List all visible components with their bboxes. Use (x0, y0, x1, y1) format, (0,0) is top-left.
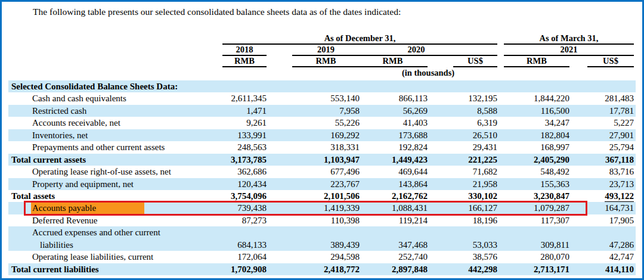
cell-value: 117,307 (497, 214, 569, 226)
document-page: { "document": { "intro": "The following … (0, 0, 644, 280)
table-row: Restricted cash 1,4717,95856,2698,588116… (8, 105, 636, 117)
table-row: Operating lease right-of-use assets, net… (8, 166, 636, 178)
cell-value: 1,088,431 (360, 202, 428, 214)
cell-value: 29,431 (428, 141, 497, 153)
cell-value: 17,781 (569, 105, 634, 117)
cell-value: 3,754,096 (203, 190, 267, 202)
cell-value: 1,471 (203, 105, 267, 117)
table-row: Accounts payable 739,4381,419,3391,088,4… (8, 202, 636, 214)
table-row: Accounts receivable, net 9,26155,22641,4… (8, 117, 636, 129)
cell-value: 469,644 (360, 166, 428, 178)
cell-value: 116,500 (497, 105, 569, 117)
table-header: As of December 31, As of March 31, 2018 … (8, 33, 636, 80)
row-label: Operating lease right-of-use assets, net (8, 166, 203, 178)
cell-value: 2,897,848 (360, 263, 428, 275)
table-row: Prepayments and other current assets 248… (8, 141, 636, 153)
cell-value: 143,864 (360, 178, 428, 190)
row-label: Operating lease liabilities, current (8, 251, 203, 263)
cell-value: 110,398 (267, 214, 360, 226)
table-row: Operating lease liabilities, current 172… (8, 251, 636, 263)
cell-value: 309,811 (497, 226, 569, 251)
cell-value: 47,286 (569, 226, 634, 251)
cell-value: 53,033 (428, 226, 497, 251)
cell-value: 87,273 (203, 214, 267, 226)
cell-value: 1,079,287 (497, 202, 569, 214)
cell-value: 27,901 (569, 129, 634, 141)
cell-value: 294,598 (267, 251, 360, 263)
cell-value: 2,611,345 (203, 92, 267, 104)
cell-value: 739,438 (203, 202, 267, 214)
cell-value: 38,576 (428, 251, 497, 263)
table-row: Selected Consolidated Balance Sheets Dat… (8, 80, 636, 92)
cell-value (569, 80, 634, 92)
year-header-2018: 2018 (222, 45, 267, 56)
cell-value: 684,133 (203, 226, 267, 251)
intro-text: The following table presents our selecte… (33, 7, 401, 17)
cell-value: 3,230,847 (497, 190, 569, 202)
cell-value: 18,196 (428, 214, 497, 226)
cell-value: 23,713 (569, 178, 634, 190)
row-label: Total current liabilities (8, 263, 203, 275)
cell-value: 442,298 (428, 263, 497, 275)
units-note: (in thousands) (222, 68, 634, 78)
cell-value: 192,824 (360, 141, 428, 153)
cell-value (497, 80, 569, 92)
row-label: Cash and cash equivalents (8, 92, 203, 104)
currency-header: US$ (587, 56, 634, 67)
balance-sheet-table: As of December 31, As of March 31, 2018 … (8, 33, 636, 275)
cell-value: 493,122 (569, 190, 634, 202)
currency-header: RMB (358, 56, 428, 67)
cell-value: 2,101,506 (267, 190, 360, 202)
cell-value: 17,905 (569, 214, 634, 226)
table-row: Total current assets 3,173,7851,103,9471… (8, 154, 636, 166)
table-row: Property and equipment, net 120,434223,7… (8, 178, 636, 190)
table-body: Selected Consolidated Balance Sheets Dat… (8, 80, 636, 275)
table-row: Total current liabilities 1,702,9082,418… (8, 263, 636, 275)
cell-value (360, 80, 428, 92)
highlight-accounts-payable: Accounts payable (31, 202, 144, 214)
cell-value: 2,418,772 (267, 263, 360, 275)
group-header-march: As of March 31, (504, 33, 634, 45)
cell-value (203, 80, 267, 92)
table-row: Cash and cash equivalents 2,611,345553,1… (8, 92, 636, 104)
cell-value: 248,563 (203, 141, 267, 153)
cell-value (267, 80, 360, 92)
year-header-2020: 2020 (335, 45, 497, 56)
cell-value: 3,173,785 (203, 154, 267, 166)
currency-header: RMB (222, 56, 267, 67)
table-row: Accrued expenses and other currentliabil… (8, 226, 636, 251)
cell-value: 866,113 (360, 92, 428, 104)
cell-value: 1,449,423 (360, 154, 428, 166)
cell-value: 281,483 (569, 92, 634, 104)
row-label: Total current assets (8, 154, 203, 166)
cell-value: 548,492 (497, 166, 569, 178)
cell-value: 2,713,171 (497, 263, 569, 275)
cell-value: 119,214 (360, 214, 428, 226)
row-label: Deferred Revenue (8, 214, 203, 226)
table-row: Deferred Revenue 87,273110,398119,21418,… (8, 214, 636, 226)
cell-value: 26,510 (428, 129, 497, 141)
currency-header: RMB (292, 56, 360, 67)
cell-value: 8,588 (428, 105, 497, 117)
cell-value: 389,439 (267, 226, 360, 251)
row-label: Total assets (8, 190, 203, 202)
cell-value: 1,103,947 (267, 154, 360, 166)
cell-value: 6,319 (428, 117, 497, 129)
cell-value: 7,958 (267, 105, 360, 117)
cell-value: 330,102 (428, 190, 497, 202)
row-label: Accounts payable (8, 202, 203, 214)
cell-value: 155,363 (497, 178, 569, 190)
cell-value: 2,405,290 (497, 154, 569, 166)
group-header-december: As of December 31, (222, 33, 497, 45)
cell-value: 252,740 (360, 251, 428, 263)
cell-value: 553,140 (267, 92, 360, 104)
cell-value: 133,991 (203, 129, 267, 141)
cell-value: 280,070 (497, 251, 569, 263)
cell-value (428, 80, 497, 92)
cell-value: 182,804 (497, 129, 569, 141)
cell-value: 1,702,908 (203, 263, 267, 275)
cell-value: 25,794 (569, 141, 634, 153)
currency-header: RMB (504, 56, 569, 67)
cell-value: 120,434 (203, 178, 267, 190)
currency-header: US$ (453, 56, 497, 67)
